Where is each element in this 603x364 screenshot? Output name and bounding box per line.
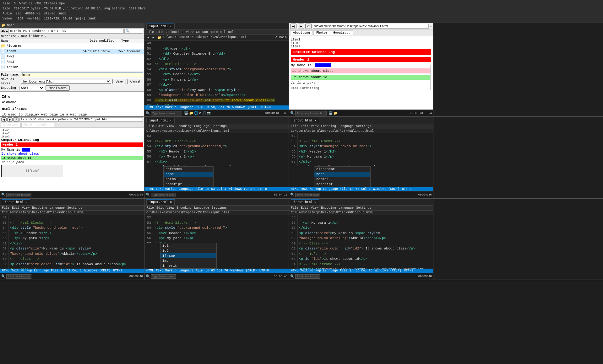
- fe-save-btn[interactable]: Save: [112, 79, 126, 84]
- r3r-menu-view[interactable]: View: [310, 206, 319, 210]
- r2c-menu-file[interactable]: File: [145, 124, 155, 128]
- r2c-menu-settings[interactable]: Settings: [211, 124, 228, 128]
- editor-tab-input-html[interactable]: input.html ✕: [146, 24, 175, 29]
- preview-back-btn[interactable]: ◀: [290, 24, 296, 29]
- file-index[interactable]: 📄 index 04-01-2019 10:14 Text Document: [0, 49, 144, 54]
- editor-subbtn1[interactable]: ⬅: [146, 35, 150, 40]
- fe-encoding-select[interactable]: ANSI: [19, 86, 44, 90]
- menu-view[interactable]: View: [185, 30, 194, 34]
- code-area-r3r[interactable]: <p> My para 1</p> </div> <p class="size"…: [298, 215, 433, 269]
- r3l-menu-file[interactable]: File: [1, 206, 10, 210]
- r2c-menu-encoding[interactable]: Encoding: [176, 124, 193, 128]
- stb-search-r2r[interactable]: [295, 193, 320, 197]
- ac-item-none[interactable]: none: [164, 172, 213, 177]
- fe-filetype-select[interactable]: Text Documents (*.txt): [21, 79, 111, 84]
- stb-search-r2c[interactable]: [151, 193, 176, 197]
- r3c-menu-settings[interactable]: Settings: [211, 206, 228, 210]
- preview-forward-btn[interactable]: ▶: [298, 24, 304, 29]
- file-rnn1[interactable]: 📄 RNN1: [0, 54, 144, 59]
- stb-search-input-p[interactable]: [295, 111, 327, 115]
- code-area-r3c[interactable]: <!-- Html Blocks --> <div style="backgro…: [153, 215, 289, 243]
- r2r-menu-language[interactable]: Language: [338, 124, 355, 128]
- preview-star-btn[interactable]: ☆: [430, 24, 432, 28]
- fe-up-btn[interactable]: ▲: [6, 29, 8, 33]
- browser-tab-photos[interactable]: Photos - Google...: [313, 30, 353, 35]
- editor-subbtn2[interactable]: ➡: [151, 35, 155, 40]
- r3l-menu-view[interactable]: View: [21, 206, 30, 210]
- r3l-menu-encoding[interactable]: Encoding: [31, 206, 48, 210]
- ac3-inherit[interactable]: inherit: [160, 263, 216, 268]
- r2r-menu-settings[interactable]: Settings: [355, 124, 372, 128]
- browser-tab-add[interactable]: +: [354, 30, 361, 35]
- stb-search-r3l[interactable]: [6, 274, 31, 279]
- stb-search-r3r[interactable]: [295, 274, 320, 279]
- fe-filename-input[interactable]: [21, 72, 143, 77]
- fe-forward-btn[interactable]: ▶: [3, 29, 5, 33]
- ac-item2-none[interactable]: none: [314, 172, 370, 177]
- menu-help[interactable]: Help: [227, 30, 236, 34]
- preview-refresh-btn[interactable]: ↺: [305, 24, 312, 29]
- fe-search-box[interactable]: 🔍: [126, 29, 129, 33]
- stb-search-r2l[interactable]: [6, 193, 31, 197]
- menu-go[interactable]: Go: [195, 30, 201, 34]
- r2c-menu-language[interactable]: Language: [193, 124, 210, 128]
- r2l-refresh-btn[interactable]: ↺: [13, 117, 19, 122]
- ac3-id2[interactable]: id2: [160, 248, 216, 253]
- preview-address-input[interactable]: [313, 24, 429, 29]
- r3c-menu-file[interactable]: File: [145, 206, 155, 210]
- ac-item-normal[interactable]: normal: [164, 177, 213, 182]
- r3r-menu-file[interactable]: File: [290, 206, 299, 210]
- fe-back-btn[interactable]: ◀: [1, 29, 3, 33]
- ac-item2-noscript[interactable]: noscript: [314, 182, 370, 187]
- preview-scrollbar[interactable]: [430, 65, 431, 90]
- folder-pictures[interactable]: 📁 Pictures: [0, 43, 144, 49]
- r2r-menu-encoding[interactable]: Encoding: [320, 124, 337, 128]
- r3r-menu-language[interactable]: Language: [338, 206, 355, 210]
- file-rnn2[interactable]: 📄 RNN2: [0, 59, 144, 65]
- ac-item2-classnobr[interactable]: classnobr: [314, 167, 370, 172]
- menu-file[interactable]: File: [145, 30, 155, 34]
- fe-close[interactable]: ✕: [141, 24, 143, 27]
- r2c-menu-edit[interactable]: Edit: [155, 124, 165, 128]
- ac3-img[interactable]: img: [160, 258, 216, 263]
- ac-item2-normal[interactable]: normal: [314, 177, 370, 182]
- r2l-tab-photos[interactable]: Photo - Google...: [21, 123, 55, 127]
- r3c-menu-encoding[interactable]: Encoding: [176, 206, 193, 210]
- code-area-r3l[interactable]: <!-- Html Blocks --> <div style="backgro…: [9, 215, 144, 269]
- code-area-r2c[interactable]: <!-- Html Blocks --> <div style="backgro…: [153, 133, 289, 166]
- file-topic2[interactable]: 📄 topic2: [0, 65, 144, 70]
- menu-selection[interactable]: Selection: [166, 30, 184, 34]
- r3r-menu-edit[interactable]: Edit: [300, 206, 309, 210]
- ac3-iframe[interactable]: iframe: [160, 253, 216, 258]
- menu-run[interactable]: Run: [201, 30, 209, 34]
- r3l-menu-edit[interactable]: Edit: [11, 206, 20, 210]
- r3r-tab[interactable]: input.html ✕: [291, 199, 319, 205]
- r3l-menu-settings[interactable]: Settings: [66, 206, 83, 210]
- fe-views[interactable]: ⊞ ▾: [41, 35, 47, 38]
- r3r-menu-encoding[interactable]: Encoding: [320, 206, 337, 210]
- r2l-tab-about[interactable]: About.png: [1, 123, 21, 127]
- r2r-menu-file[interactable]: File: [290, 124, 299, 128]
- editor-subbtn3[interactable]: 📁: [156, 35, 162, 40]
- stb-search-r3c[interactable]: [151, 274, 176, 279]
- fe-new-folder[interactable]: New folder: [21, 35, 40, 38]
- r2c-menu-view[interactable]: View: [166, 124, 175, 128]
- menu-terminal[interactable]: Terminal: [209, 30, 226, 34]
- fe-organize[interactable]: Organize ▾: [1, 35, 20, 38]
- r3r-menu-settings[interactable]: Settings: [355, 206, 372, 210]
- fe-hide-folders[interactable]: Hide Folders: [46, 85, 70, 91]
- browser-tab-about[interactable]: About.png: [290, 30, 313, 35]
- r3c-menu-view[interactable]: View: [166, 206, 175, 210]
- r3c-menu-language[interactable]: Language: [193, 206, 210, 210]
- r3c-menu-edit[interactable]: Edit: [155, 206, 165, 210]
- code-area-r2r[interactable]: <!-- Html Blocks --> <div style="backgro…: [298, 133, 433, 166]
- r3l-menu-language[interactable]: Language: [49, 206, 66, 210]
- ac3-id1[interactable]: id1: [160, 243, 216, 248]
- menu-edit[interactable]: Edit: [155, 30, 165, 34]
- r3c-tab[interactable]: input.html ✕: [146, 199, 175, 205]
- r2r-menu-edit[interactable]: Edit: [300, 124, 309, 128]
- r2r-tab[interactable]: input.html ✕: [291, 118, 319, 123]
- r2l-back-btn[interactable]: ◀: [1, 117, 7, 122]
- r2r-menu-view[interactable]: View: [310, 124, 319, 128]
- ac-item-noscript[interactable]: noscript: [164, 182, 213, 187]
